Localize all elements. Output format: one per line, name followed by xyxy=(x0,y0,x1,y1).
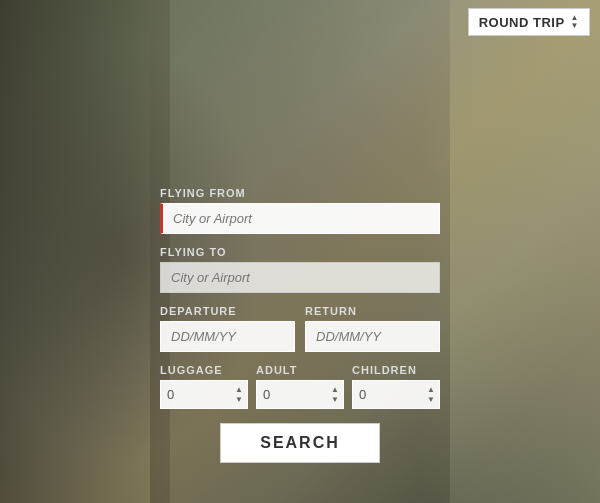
return-group: RETURN xyxy=(305,305,440,352)
children-arrows[interactable]: ▲ ▼ xyxy=(423,383,439,406)
flying-to-label: FLYING TO xyxy=(160,246,440,258)
children-group: CHILDREN ▲ ▼ xyxy=(352,364,440,409)
adult-group: ADULT ▲ ▼ xyxy=(256,364,344,409)
search-form: FLYING FROM FLYING TO DEPARTURE RETURN L… xyxy=(160,187,440,463)
date-row: DEPARTURE RETURN xyxy=(160,305,440,352)
adult-up-icon[interactable]: ▲ xyxy=(331,385,339,395)
return-input[interactable] xyxy=(305,321,440,352)
adult-label: ADULT xyxy=(256,364,344,376)
luggage-down-icon[interactable]: ▼ xyxy=(235,395,243,405)
round-trip-button[interactable]: ROUND TRIP ▲▼ xyxy=(468,8,590,36)
return-label: RETURN xyxy=(305,305,440,317)
adult-input[interactable] xyxy=(257,381,327,408)
flying-to-input[interactable] xyxy=(160,262,440,293)
departure-input[interactable] xyxy=(160,321,295,352)
children-input[interactable] xyxy=(353,381,423,408)
departure-group: DEPARTURE xyxy=(160,305,295,352)
round-trip-arrows-icon: ▲▼ xyxy=(571,14,579,30)
children-down-icon[interactable]: ▼ xyxy=(427,395,435,405)
luggage-arrows[interactable]: ▲ ▼ xyxy=(231,383,247,406)
luggage-up-icon[interactable]: ▲ xyxy=(235,385,243,395)
children-label: CHILDREN xyxy=(352,364,440,376)
luggage-group: LUGGAGE ▲ ▼ xyxy=(160,364,248,409)
figure-right xyxy=(420,0,600,503)
figure-left xyxy=(0,0,170,503)
search-button[interactable]: SEARCH xyxy=(220,423,380,463)
luggage-label: LUGGAGE xyxy=(160,364,248,376)
passengers-row: LUGGAGE ▲ ▼ ADULT ▲ ▼ CHILDREN xyxy=(160,364,440,409)
flying-to-group: FLYING TO xyxy=(160,246,440,293)
luggage-input[interactable] xyxy=(161,381,231,408)
flying-from-label: FLYING FROM xyxy=(160,187,440,199)
adult-arrows[interactable]: ▲ ▼ xyxy=(327,383,343,406)
round-trip-label: ROUND TRIP xyxy=(479,15,565,30)
flying-from-input[interactable] xyxy=(160,203,440,234)
adult-spinner: ▲ ▼ xyxy=(256,380,344,409)
departure-label: DEPARTURE xyxy=(160,305,295,317)
adult-down-icon[interactable]: ▼ xyxy=(331,395,339,405)
luggage-spinner: ▲ ▼ xyxy=(160,380,248,409)
flying-from-group: FLYING FROM xyxy=(160,187,440,234)
children-up-icon[interactable]: ▲ xyxy=(427,385,435,395)
children-spinner: ▲ ▼ xyxy=(352,380,440,409)
